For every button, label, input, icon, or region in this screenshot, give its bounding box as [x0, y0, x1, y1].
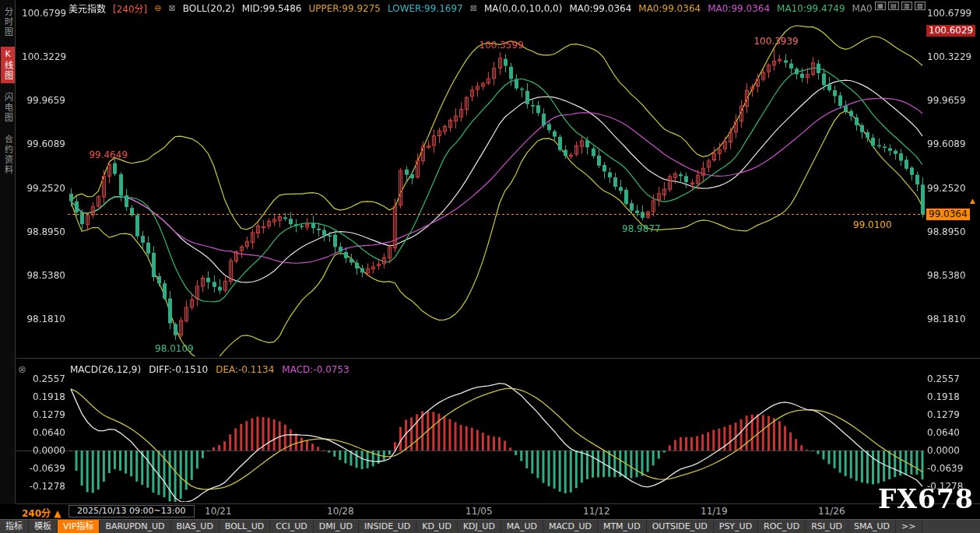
- toolbar-item-barupdn[interactable]: BARUPDN_UD: [100, 520, 170, 533]
- x-axis-label: 10/21: [205, 506, 232, 517]
- price-axis-left-label: 98.1810: [22, 314, 65, 324]
- toolbar-item-sma[interactable]: SMA_UD: [848, 520, 896, 533]
- period-badge[interactable]: 240分 ▲: [22, 506, 61, 519]
- boll-mid-value: MID:99.5486: [242, 3, 302, 14]
- price-axis-left-label: 100.6799: [22, 8, 65, 19]
- macd-diff-value: DIFF:-0.1510: [149, 364, 208, 375]
- macd-axis-left-label: -0.0639: [22, 463, 65, 474]
- remove-ma-icon[interactable]: ⊠: [470, 3, 477, 13]
- remove-boll-icon[interactable]: ⊠: [169, 3, 176, 13]
- sidebar-item-flash-chart[interactable]: 闪电图: [1, 90, 15, 125]
- toolbar-item-kdj[interactable]: KDJ_UD: [458, 520, 501, 533]
- price-annotation: 100.3939: [753, 36, 798, 47]
- toolbar-item-outside[interactable]: OUTSIDE_UD: [647, 520, 714, 533]
- boll-upper-value: UPPER:99.9275: [308, 3, 380, 14]
- toolbar-item-kd[interactable]: KD_UD: [416, 520, 458, 533]
- macd-axis-left-label: 0.1279: [22, 409, 65, 420]
- toolbar-item-ma[interactable]: MA_UD: [501, 520, 543, 533]
- x-axis-label: 11/05: [465, 506, 493, 517]
- price-annotation: 98.0109: [155, 343, 194, 354]
- price-axis-left-label: 99.9659: [22, 95, 65, 106]
- ma0-value-4: MA0:9: [852, 3, 872, 14]
- macd-dea-value: DEA:-0.1134: [216, 364, 274, 375]
- price-axis-left-label: 99.2520: [22, 183, 65, 194]
- macd-axis-right-label: 0.0640: [927, 427, 977, 438]
- macd-axis-left-label: 0.2557: [22, 373, 65, 384]
- toolbar-item-more[interactable]: >>: [896, 520, 922, 533]
- period-badge-label: 240分: [22, 508, 51, 519]
- toolbar-item-roc[interactable]: ROC_UD: [758, 520, 806, 533]
- macd-params-label: MACD(26,12,9): [70, 364, 141, 375]
- macd-macd-value: MACD:-0.0753: [282, 364, 349, 375]
- panel-separator: [16, 358, 980, 359]
- ma10-value: MA10:99.4749: [777, 3, 845, 14]
- toolbar-item-rsi[interactable]: RSI_UD: [806, 520, 848, 533]
- toolbar-item-templates[interactable]: 模板: [29, 520, 58, 533]
- columns-layout-icon[interactable]: ▥: [901, 2, 912, 10]
- indicator-toolbar: 指标模板VIP指标BARUPDN_UDBIAS_UDBOLL_UDCCI_UDD…: [0, 519, 980, 533]
- x-axis-label: 11/19: [701, 506, 728, 517]
- price-axis-right-label: 100.3229: [927, 51, 977, 62]
- ma0-value-3: MA0:99.0364: [708, 3, 770, 14]
- toolbar-item-psy[interactable]: PSY_UD: [714, 520, 758, 533]
- session-high-badge: 100.6029: [926, 25, 975, 37]
- macd-axis-right-label: 0.1918: [927, 391, 977, 402]
- price-axis-left-label: 99.6089: [22, 139, 65, 149]
- toolbar-item-dmi[interactable]: DMI_UD: [314, 520, 359, 533]
- price-axis-left-label: 98.5380: [22, 270, 65, 281]
- ma-params-label: MA(0,0,0,10,0,0): [484, 3, 562, 14]
- left-sidebar: 分时图K线图闪电图合约资料: [0, 0, 16, 504]
- sidebar-item-contract-info[interactable]: 合约资料: [1, 132, 15, 177]
- visible-range-box: 2025/10/13 09:00~13:00: [68, 505, 195, 517]
- chart-header: 美元指数 [240分] ⊖ ⊠ BOLL(20,2) MID:99.5486 U…: [68, 2, 872, 15]
- sidebar-item-time-chart[interactable]: 分时图: [1, 5, 15, 40]
- price-axis-right-label: 98.8950: [927, 226, 977, 237]
- price-axis-right-label: 99.6089: [927, 139, 977, 149]
- macd-axis-left-label: -0.1278: [22, 481, 65, 492]
- toolbar-item-cci[interactable]: CCI_UD: [270, 520, 314, 533]
- x-axis-label: 10/28: [327, 506, 354, 517]
- window-layout-icons: ▦▤▥▧: [875, 2, 926, 10]
- ma0-value-2: MA0:99.0364: [638, 3, 701, 14]
- boll-params-label: BOLL(20,2): [183, 3, 235, 14]
- price-annotation: 99.4649: [89, 149, 128, 160]
- ma0-value-1: MA0:99.0364: [569, 3, 631, 14]
- zoom-out-icon[interactable]: ⊖: [154, 3, 161, 13]
- macd-axis-right-label: -0.0639: [927, 463, 977, 474]
- x-axis-label: 11/26: [818, 506, 845, 517]
- last-price-badge: 99.0364: [926, 209, 970, 220]
- x-axis-label: 11/12: [583, 506, 610, 517]
- price-axis-left-label: 100.3229: [22, 51, 65, 62]
- grid-layout-icon[interactable]: ▦: [875, 2, 886, 10]
- toolbar-item-indicators[interactable]: 指标: [0, 520, 29, 533]
- macd-header: MACD(26,12,9) DIFF:-0.1510 DEA:-0.1134 M…: [70, 364, 349, 375]
- boll-lower-value: LOWER:99.1697: [388, 3, 463, 14]
- price-axis-right-label: 98.5380: [927, 270, 977, 281]
- toolbar-item-boll[interactable]: BOLL_UD: [220, 520, 270, 533]
- toolbar-item-macd[interactable]: MACD_UD: [543, 520, 598, 533]
- price-annotation: 99.0100: [853, 219, 892, 230]
- symbol-title: 美元指数: [68, 2, 106, 15]
- toolbar-item-inside[interactable]: INSIDE_UD: [359, 520, 416, 533]
- macd-axis-left-label: 0.1918: [22, 391, 65, 402]
- sidebar-item-candle-chart[interactable]: K线图: [1, 47, 15, 83]
- chart-canvas[interactable]: [0, 0, 980, 533]
- rows-layout-icon[interactable]: ▤: [888, 2, 899, 10]
- period-up-arrow-icon: ▲: [54, 508, 61, 519]
- price-annotation: 98.9877: [622, 223, 661, 234]
- price-axis-right-label: 99.9659: [927, 95, 977, 106]
- price-axis-right-label: 98.1810: [927, 314, 977, 324]
- mixed-layout-icon[interactable]: ▧: [915, 2, 926, 10]
- price-axis-left-label: 98.8950: [22, 226, 65, 237]
- price-axis-right-label: 99.2520: [927, 183, 977, 194]
- macd-axis-left-label: 0.0000: [22, 445, 65, 456]
- toolbar-item-vip-indicators[interactable]: VIP指标: [58, 520, 100, 533]
- price-annotation: 100.3599: [479, 40, 524, 51]
- macd-axis-right-label: 0.0000: [927, 445, 977, 456]
- price-up-arrow-icon: ▲: [970, 197, 975, 205]
- toolbar-item-bias[interactable]: BIAS_UD: [171, 520, 220, 533]
- fx678-watermark: FX678: [878, 484, 974, 514]
- period-selector[interactable]: [240分]: [113, 2, 147, 15]
- toolbar-item-mtm[interactable]: MTM_UD: [598, 520, 647, 533]
- close-indicator-icon[interactable]: ⊗: [18, 363, 26, 375]
